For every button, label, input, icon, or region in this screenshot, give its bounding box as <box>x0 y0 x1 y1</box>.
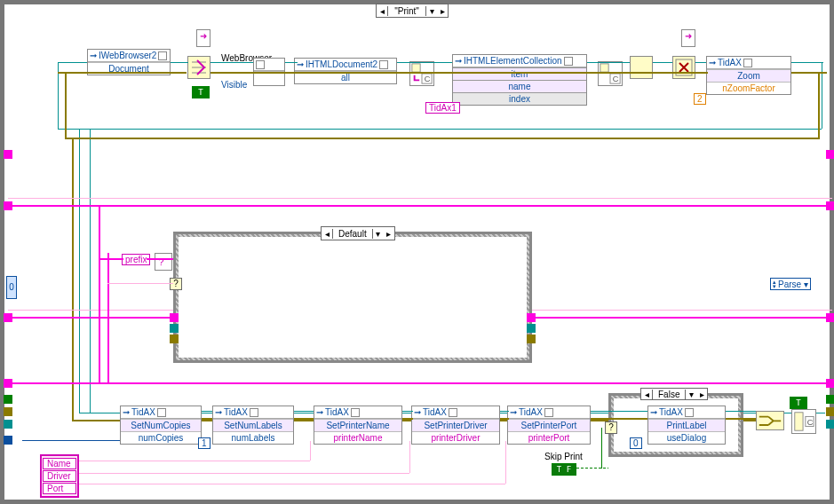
invoke-node-setprinterdriver[interactable]: ➞TidAX SetPrinterDriver printerDriver <box>411 406 500 445</box>
invoke-node-tidax-zoom[interactable]: ➞ TidAX Zoom nZoomFactor <box>706 56 791 95</box>
row-method[interactable]: SetNumCopies <box>121 419 201 431</box>
build-cluster-func: C <box>791 409 816 434</box>
ihtmlelem-name[interactable]: name <box>453 80 586 92</box>
invoke-node-ihtmldocument2[interactable]: ➞ IHTMLDocument2 all <box>294 58 397 84</box>
tidax-class: TidAX <box>423 407 447 417</box>
refnum-icon <box>256 60 265 69</box>
row-param[interactable]: useDialog <box>648 431 725 444</box>
ihtmlelem-item[interactable]: item <box>453 67 586 80</box>
svg-text:C: C <box>425 75 431 83</box>
zero-constant[interactable]: 0 <box>630 437 642 449</box>
ihtmlelem-index[interactable]: index <box>453 92 586 105</box>
case-dropdown-icon[interactable]: ▾ <box>686 388 696 400</box>
case-prev-icon[interactable]: ◂ <box>377 4 387 17</box>
row-param[interactable]: printerPort <box>508 431 590 444</box>
skip-print-label: Skip Print <box>544 452 583 461</box>
row-method[interactable]: SetPrinterName <box>314 419 401 431</box>
wire-teal <box>202 411 212 412</box>
parse-enum-constant[interactable]: ▴▾ Parse ▾ <box>770 278 811 290</box>
wire-teal <box>285 62 298 63</box>
tunnel <box>527 324 536 333</box>
tunnel <box>4 407 12 416</box>
visible-label: Visible <box>221 80 247 90</box>
case-selector-outer[interactable]: ◂ "Print" ▾ ▸ <box>376 4 449 18</box>
case-prev-icon[interactable]: ◂ <box>322 227 332 240</box>
wire-teal <box>653 62 672 63</box>
tunnel <box>170 313 179 322</box>
invoke-node-ihtmlelementcollection[interactable]: ➞ IHTMLElementCollection item name index <box>452 54 587 106</box>
tidax-zoom-param[interactable]: nZoomFactor <box>707 82 790 94</box>
wire-error <box>500 418 509 420</box>
row-param[interactable]: printerName <box>314 431 401 444</box>
tunnel <box>4 395 12 404</box>
case-next-icon[interactable]: ▸ <box>696 388 707 400</box>
wire-magenta-v <box>99 205 100 382</box>
row-param[interactable]: numLabels <box>213 431 293 444</box>
wire-green-dash <box>576 468 608 469</box>
wire-error <box>791 72 827 74</box>
cluster-constant-printer[interactable]: Name Driver Port <box>40 454 79 498</box>
row-param[interactable]: numCopies <box>121 431 201 444</box>
tunnel <box>170 324 179 333</box>
case-selector-terminal-icon: ? <box>170 278 182 290</box>
wire-pink <box>107 283 173 284</box>
wire-error <box>294 418 314 420</box>
wire-teal <box>294 411 314 412</box>
invoke-node-printlabel[interactable]: ➞TidAX PrintLabel useDialog <box>647 406 726 445</box>
wire-pink <box>8 198 832 199</box>
zoom-factor-constant[interactable]: 2 <box>694 93 706 105</box>
cluster-name: Name <box>43 458 76 469</box>
invoke-node-setprintername[interactable]: ➞TidAX SetPrinterName printerName <box>314 406 402 445</box>
wire-error <box>402 418 413 420</box>
tidax1-string-constant[interactable]: TidAx1 <box>425 102 460 114</box>
wire-magenta-bus <box>8 205 832 207</box>
row-method[interactable]: PrintLabel <box>648 419 725 431</box>
tidax-class: TidAX <box>325 407 349 417</box>
invoke-node-setprinterport[interactable]: ➞TidAX SetPrinterPort printerPort <box>507 406 591 445</box>
updown-icon[interactable]: ▴▾ <box>773 280 776 288</box>
bool-true-constant-2[interactable]: T <box>790 397 807 409</box>
wire-green <box>601 428 602 469</box>
refnum-icon <box>379 60 388 69</box>
wire-error <box>72 138 74 421</box>
refnum-icon <box>544 408 553 417</box>
case-selector-terminal-icon: ? <box>605 421 617 434</box>
tidax-class: TidAX <box>224 407 248 417</box>
row-method[interactable]: SetPrinterPort <box>508 419 590 431</box>
tidax-zoom-class: TidAX <box>718 58 742 67</box>
case-inner-label: False <box>652 390 686 399</box>
case-selector-inner[interactable]: ◂ False ▾ ▸ <box>640 388 708 400</box>
case-structure-outer: ◂ "Print" ▾ ▸ ➞ IWebBrowser2 Document T … <box>0 0 834 504</box>
automation-arrow-icon: ➞ <box>455 56 462 66</box>
case-prev-icon[interactable]: ◂ <box>641 388 652 400</box>
variant-to-data-func: C <box>409 61 434 86</box>
one-constant[interactable]: 1 <box>198 437 210 449</box>
tunnel <box>826 150 834 159</box>
iwebbrowser2-class: IWebBrowser2 <box>99 51 156 60</box>
row-method[interactable]: SetPrinterDriver <box>412 419 499 431</box>
variant-to-data-func-2: C <box>598 61 623 86</box>
wire-teal <box>397 62 452 63</box>
case-outer-label: "Print" <box>387 6 426 16</box>
to-more-specific-class-func <box>187 56 210 79</box>
skip-print-bool[interactable]: T F <box>552 463 576 476</box>
case-selector-middle[interactable]: ◂ Default ▾ ▸ <box>321 226 395 240</box>
row-param[interactable]: printerDriver <box>412 431 499 444</box>
case-dropdown-icon[interactable]: ▾ <box>426 4 437 17</box>
wire-blue <box>22 440 120 441</box>
case-next-icon[interactable]: ▸ <box>437 4 448 17</box>
bool-true-constant[interactable]: T <box>192 86 210 98</box>
tunnel <box>826 313 834 322</box>
wire-teal <box>171 62 188 63</box>
invoke-node-setnumlabels[interactable]: ➞TidAX SetNumLabels numLabels <box>212 406 294 445</box>
tidax-class: TidAX <box>131 407 155 417</box>
case-dropdown-icon[interactable]: ▾ <box>373 227 384 240</box>
cluster-driver: Driver <box>43 470 76 482</box>
tunnel <box>826 420 834 429</box>
row-method[interactable]: SetNumLabels <box>213 419 293 431</box>
case-next-icon[interactable]: ▸ <box>384 227 394 240</box>
tidax-zoom-method[interactable]: Zoom <box>707 69 790 82</box>
wire-teal <box>58 62 87 63</box>
invoke-node-setnumcopies[interactable]: ➞TidAX SetNumCopies numCopies <box>120 406 202 445</box>
dropdown-icon[interactable]: ▾ <box>804 280 808 289</box>
